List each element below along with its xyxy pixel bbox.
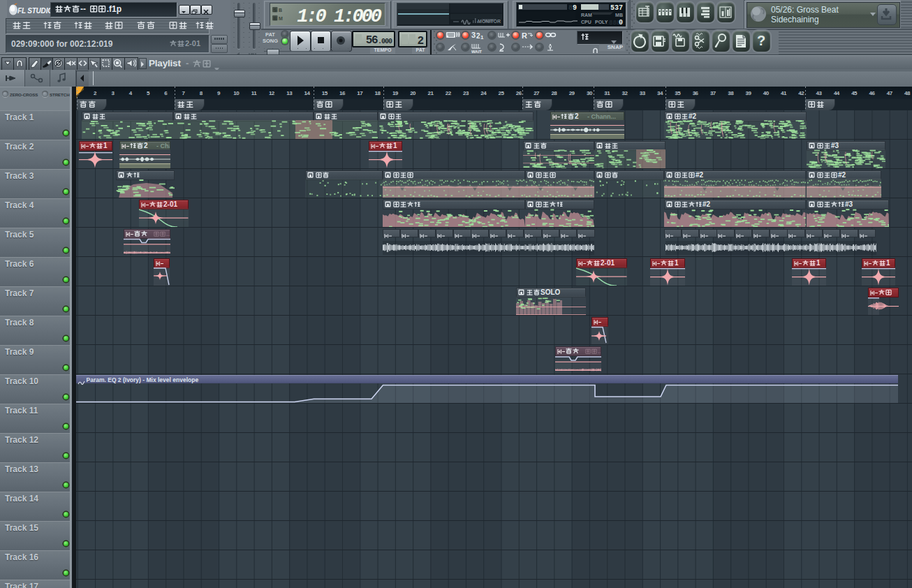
svg-text:POLY: POLY (595, 20, 608, 24)
svg-text:30: 30 (586, 90, 592, 96)
svg-text:19: 19 (392, 90, 398, 96)
svg-text:37: 37 (709, 90, 716, 96)
svg-text:2: 2 (94, 90, 97, 96)
svg-text:11: 11 (251, 90, 257, 96)
svg-text:17: 17 (357, 90, 363, 96)
svg-text:RAM: RAM (581, 13, 592, 17)
svg-text:?: ? (757, 33, 765, 48)
svg-text:16: 16 (339, 90, 346, 96)
svg-text:1: 1 (886, 260, 890, 267)
svg-text:3: 3 (111, 90, 115, 96)
svg-text:FL STUDIO: FL STUDIO (17, 7, 53, 15)
svg-text:22: 22 (445, 90, 451, 96)
svg-text:3: 3 (471, 31, 476, 39)
svg-text:CPU: CPU (581, 20, 591, 24)
svg-text:46: 46 (869, 90, 875, 96)
svg-text:MONITOR: MONITOR (478, 19, 501, 24)
svg-text:44: 44 (833, 90, 839, 96)
svg-text:33: 33 (639, 90, 645, 96)
svg-text:5: 5 (146, 90, 149, 96)
svg-text:56: 56 (366, 34, 378, 46)
svg-text:42: 42 (798, 90, 804, 96)
svg-text:..: .. (598, 348, 601, 355)
svg-text:35: 35 (675, 90, 681, 96)
svg-text:25: 25 (498, 90, 504, 96)
svg-text:- Chann...: - Chann... (156, 143, 170, 149)
svg-text:7: 7 (182, 90, 185, 96)
svg-text:1:0 1:000: 1:0 1:000 (297, 6, 382, 24)
svg-text:23: 23 (463, 90, 469, 96)
svg-text:2: 2 (144, 142, 148, 149)
svg-text:1: 1 (675, 260, 679, 267)
svg-text:10: 10 (233, 90, 240, 96)
svg-text:43: 43 (816, 90, 822, 96)
svg-text:20: 20 (410, 90, 416, 96)
svg-text:1: 1 (480, 34, 484, 41)
svg-text:2: 2 (417, 35, 424, 46)
svg-text:1: 1 (103, 142, 108, 149)
svg-text:..: .. (166, 231, 170, 237)
svg-text:- Chann...: - Chann... (587, 114, 616, 120)
svg-text:B: B (279, 8, 282, 13)
svg-text:45: 45 (851, 90, 858, 96)
svg-text:9: 9 (573, 4, 577, 12)
svg-text:1: 1 (393, 142, 397, 149)
svg-text:#2: #2 (689, 113, 697, 120)
svg-text:#2: #2 (703, 201, 711, 208)
svg-text:1: 1 (816, 260, 821, 267)
svg-text:Sidechaining: Sidechaining (771, 15, 819, 24)
svg-text:2: 2 (575, 113, 579, 120)
svg-text:21: 21 (427, 90, 434, 96)
svg-text:15: 15 (321, 90, 328, 96)
svg-text:2-01: 2-01 (163, 201, 177, 208)
svg-text:34: 34 (657, 90, 663, 96)
svg-text:13: 13 (286, 90, 293, 96)
svg-text:31: 31 (604, 90, 610, 96)
svg-text:M: M (279, 16, 283, 21)
svg-text:MB: MB (615, 13, 623, 17)
svg-text:WAIT: WAIT (471, 50, 482, 54)
svg-text:26: 26 (515, 90, 522, 96)
svg-text:.000: .000 (378, 38, 392, 45)
svg-text:27: 27 (534, 90, 540, 96)
svg-text:#2: #2 (696, 172, 704, 179)
svg-text:9: 9 (217, 90, 221, 96)
svg-text:8: 8 (199, 90, 203, 96)
svg-text:SOLO: SOLO (540, 289, 560, 296)
svg-text:40: 40 (763, 90, 769, 96)
svg-text:6: 6 (164, 90, 168, 96)
svg-text:48: 48 (904, 90, 911, 96)
svg-text:38: 38 (728, 90, 734, 96)
svg-text:.f1p: .f1p (107, 5, 122, 14)
svg-text:S: S (274, 8, 277, 13)
svg-text:28: 28 (551, 90, 557, 96)
svg-text:36: 36 (692, 90, 698, 96)
svg-text:18: 18 (374, 90, 381, 96)
svg-text:24: 24 (480, 90, 487, 96)
svg-text:32: 32 (622, 90, 628, 96)
svg-text:14: 14 (304, 90, 310, 96)
svg-text:#2: #2 (838, 172, 846, 179)
svg-text:39: 39 (745, 90, 751, 96)
svg-text:--: -- (80, 5, 86, 14)
svg-text:#3: #3 (831, 142, 839, 149)
svg-text:2-01: 2-01 (185, 40, 200, 47)
svg-text:#3: #3 (845, 201, 853, 208)
svg-text:0: 0 (619, 19, 623, 26)
svg-text:4: 4 (128, 90, 132, 96)
svg-text:47: 47 (886, 90, 892, 96)
svg-text:12: 12 (268, 90, 274, 96)
svg-text:29: 29 (568, 90, 575, 96)
svg-text:2-01: 2-01 (601, 260, 615, 267)
svg-text:05/26: Gross Beat: 05/26: Gross Beat (771, 5, 839, 15)
svg-text:B: B (274, 16, 277, 21)
svg-text:R: R (522, 31, 527, 40)
svg-text:537: 537 (610, 4, 623, 12)
svg-text:41: 41 (781, 90, 787, 96)
